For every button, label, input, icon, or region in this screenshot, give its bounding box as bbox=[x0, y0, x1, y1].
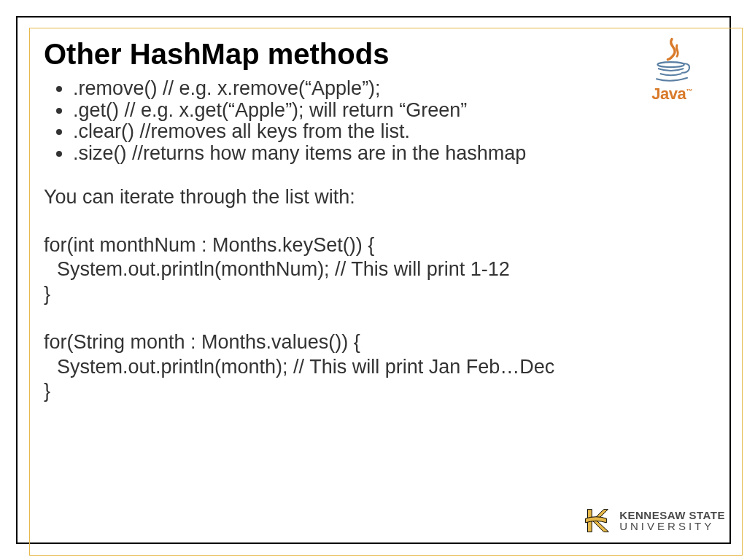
slide-content: Other HashMap methods .remove() // e.g. … bbox=[44, 38, 703, 522]
list-item: .clear() //removes all keys from the lis… bbox=[73, 121, 703, 143]
ksu-wordmark: KENNESAW STATE UNIVERSITY bbox=[619, 510, 725, 532]
code-line: } bbox=[44, 379, 703, 404]
code-block-2: for(String month : Months.values()) { Sy… bbox=[44, 330, 703, 404]
list-item: .size() //returns how many items are in … bbox=[73, 143, 703, 165]
ksu-line2: UNIVERSITY bbox=[619, 521, 725, 532]
list-item: .remove() // e.g. x.remove(“Apple”); bbox=[73, 78, 703, 100]
code-block-1: for(int monthNum : Months.keySet()) { Sy… bbox=[44, 233, 703, 307]
ksu-shield-icon bbox=[578, 503, 614, 538]
code-line: System.out.println(month); // This will … bbox=[44, 355, 703, 380]
body-text: You can iterate through the list with: f… bbox=[44, 185, 703, 404]
code-line: System.out.println(monthNum); // This wi… bbox=[44, 257, 703, 282]
iterate-intro-text: You can iterate through the list with: bbox=[44, 185, 703, 210]
code-line: } bbox=[44, 282, 703, 307]
method-list: .remove() // e.g. x.remove(“Apple”); .ge… bbox=[44, 78, 703, 165]
code-line: for(String month : Months.values()) { bbox=[44, 330, 703, 355]
list-item: .get() // e.g. x.get(“Apple”); will retu… bbox=[73, 100, 703, 122]
ksu-logo: KENNESAW STATE UNIVERSITY bbox=[578, 503, 725, 538]
code-line: for(int monthNum : Months.keySet()) { bbox=[44, 233, 703, 258]
ksu-line1: KENNESAW STATE bbox=[619, 510, 725, 521]
slide-title: Other HashMap methods bbox=[44, 38, 703, 71]
